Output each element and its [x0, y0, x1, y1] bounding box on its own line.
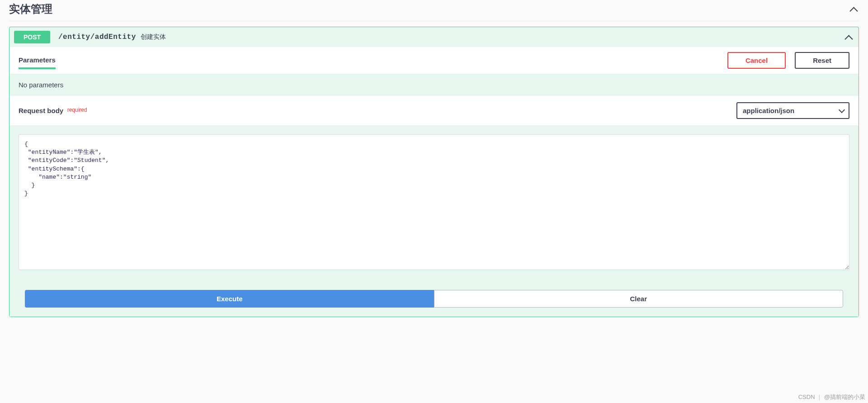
- endpoint-path: /entity/addEntity: [58, 33, 136, 41]
- endpoint-description: 创建实体: [141, 33, 166, 41]
- clear-button[interactable]: Clear: [434, 290, 844, 308]
- operation-summary[interactable]: POST /entity/addEntity 创建实体: [9, 27, 859, 47]
- section-collapse-toggle[interactable]: [848, 4, 859, 14]
- chevron-up-icon: [849, 7, 858, 11]
- required-tag: required: [67, 107, 87, 113]
- parameters-tab[interactable]: Parameters: [19, 52, 56, 69]
- content-type-select[interactable]: application/json: [736, 102, 849, 119]
- section-title: 实体管理: [9, 2, 52, 16]
- operation-block: POST /entity/addEntity 创建实体 Parameters C…: [9, 27, 859, 317]
- cancel-button[interactable]: Cancel: [727, 52, 786, 69]
- request-body-editor[interactable]: [19, 134, 849, 270]
- chevron-up-icon: [844, 35, 853, 39]
- no-parameters-message: No parameters: [9, 74, 859, 96]
- execute-button[interactable]: Execute: [25, 290, 434, 308]
- reset-button[interactable]: Reset: [795, 52, 849, 69]
- request-body-label: Request body: [19, 107, 63, 114]
- operation-collapse-toggle[interactable]: [843, 32, 854, 43]
- http-method-badge: POST: [14, 31, 50, 43]
